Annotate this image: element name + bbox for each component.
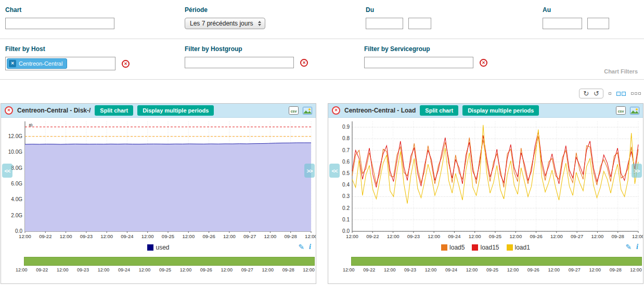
remove-host-token-icon[interactable]: ✕ <box>9 60 16 67</box>
section-divider <box>0 79 644 80</box>
timeline-tick-label: 09-26 <box>527 267 539 272</box>
host-filter-input[interactable]: ✕ Centreon-Central <box>5 57 115 70</box>
svg-text:6.0G: 6.0G <box>11 181 22 187</box>
du-date-input[interactable] <box>366 18 403 29</box>
edit-chart-icon[interactable]: ✎ <box>625 243 632 251</box>
chart-filter-label: Chart <box>5 6 114 14</box>
hostgroup-filter-group: Filter by Hostgroup ✕ <box>185 45 308 68</box>
periode-filter-group: Période Les 7 précédents jours <box>185 6 265 29</box>
legend-item[interactable]: load15 <box>472 244 499 251</box>
timeline-tick-label: 12:00 <box>507 267 519 272</box>
split-chart-button[interactable]: Split chart <box>95 105 133 116</box>
svg-text:0.4: 0.4 <box>342 182 350 188</box>
clear-host-filter-icon[interactable]: ✕ <box>122 60 130 68</box>
svg-text:0.5: 0.5 <box>342 170 350 176</box>
export-image-icon[interactable] <box>303 107 312 115</box>
legend-item[interactable]: load1 <box>507 244 530 251</box>
periode-selected-value: Les 7 précédents jours <box>190 20 253 27</box>
filter-by-servicegroup-label: Filter by Servicegroup <box>364 45 487 53</box>
timeline-axis-labels: 12:0009-2212:0009-2312:0009-2412:0009-25… <box>343 267 642 272</box>
load-chart[interactable]: 12:0009-2212:0009-2312:0009-2412:0009-25… <box>328 118 643 241</box>
chart-panel-disk: ✕ Centreon-Central - Disk-/ Split chart … <box>1 103 316 284</box>
svg-text:12:00: 12:00 <box>509 233 522 239</box>
du-time-input[interactable] <box>408 18 431 29</box>
servicegroup-filter-input[interactable] <box>364 57 473 68</box>
chart-title: Centreon-Central - Load <box>344 107 416 114</box>
svg-text:09-28: 09-28 <box>612 233 624 239</box>
remove-chart-icon[interactable]: ✕ <box>5 106 13 115</box>
display-multiple-periods-button[interactable]: Display multiple periods <box>137 105 214 116</box>
svg-text:09-25: 09-25 <box>162 233 174 239</box>
legend-row: used ✎ i <box>1 241 316 254</box>
chart-title: Centreon-Central - Disk-/ <box>17 107 91 114</box>
au-filter-group: Au <box>543 6 609 29</box>
timeline-tick-label: 12:00 <box>425 267 437 272</box>
clear-servicegroup-filter-icon[interactable]: ✕ <box>480 59 487 67</box>
refresh-icon[interactable]: ↻ <box>583 90 589 97</box>
svg-text:12:00: 12:00 <box>591 233 604 239</box>
filter-divider <box>0 39 644 39</box>
svg-text:0.7: 0.7 <box>342 147 350 153</box>
pan-right-button[interactable]: >> <box>304 164 315 178</box>
layout-three-columns-icon[interactable] <box>631 92 641 95</box>
plot-area: 12:0009-2212:0009-2312:0009-2412:0009-25… <box>328 118 643 241</box>
remove-chart-icon[interactable]: ✕ <box>332 106 340 115</box>
timeline-tick-label: 12:00 <box>57 267 69 272</box>
legend-item[interactable]: used <box>147 244 169 251</box>
auto-refresh-icon[interactable]: ↺ <box>594 90 599 97</box>
chart-legend: used <box>147 244 169 251</box>
svg-text:12:00: 12:00 <box>141 233 154 239</box>
pan-left-button[interactable]: << <box>2 164 12 178</box>
pan-right-button[interactable]: >> <box>632 164 642 178</box>
disk-usage-chart[interactable]: 12:0009-2212:0009-2312:0009-2412:0009-25… <box>1 118 316 241</box>
plot-area: 12:0009-2212:0009-2312:0009-2412:0009-25… <box>1 118 316 241</box>
au-date-input[interactable] <box>543 18 582 29</box>
timeline-tick-label: 12:00 <box>180 267 192 272</box>
svg-text:0.0: 0.0 <box>15 228 22 234</box>
export-image-icon[interactable] <box>630 107 639 115</box>
chart-info-icon[interactable]: i <box>636 243 638 251</box>
refresh-group: ↻ ↺ <box>579 89 603 98</box>
display-multiple-periods-button[interactable]: Display multiple periods <box>462 105 539 116</box>
legend-item[interactable]: load5 <box>441 244 465 251</box>
clear-hostgroup-filter-icon[interactable]: ✕ <box>300 59 308 67</box>
layout-one-column-icon[interactable] <box>609 92 611 95</box>
svg-text:0.6: 0.6 <box>342 159 350 165</box>
timeline-tick-label: 09-24 <box>118 267 130 272</box>
timeline-tick-label: 12:00 <box>221 267 233 272</box>
au-time-input[interactable] <box>587 18 609 29</box>
periode-select[interactable]: Les 7 précédents jours <box>185 18 265 29</box>
hostgroup-filter-input[interactable] <box>185 57 294 68</box>
svg-text:12:00: 12:00 <box>223 233 236 239</box>
timeline-tick-label: 12:00 <box>139 267 151 272</box>
svg-text:12:00: 12:00 <box>264 233 277 239</box>
timeline-selector[interactable] <box>351 257 642 266</box>
chart-info-icon[interactable]: i <box>309 243 311 251</box>
svg-text:8.0G: 8.0G <box>11 165 22 171</box>
svg-text:12:00: 12:00 <box>182 233 195 239</box>
svg-text:09-26: 09-26 <box>202 233 215 239</box>
timeline-tick-label: 09-28 <box>610 267 622 272</box>
chart-panel-header: ✕ Centreon-Central - Disk-/ Split chart … <box>1 104 316 118</box>
chart-filter-group: Chart <box>5 6 114 29</box>
export-csv-icon[interactable]: csv <box>289 106 299 115</box>
pan-left-button[interactable]: << <box>329 164 340 178</box>
timeline-tick-label: 12:00 <box>466 267 478 272</box>
export-csv-icon[interactable]: csv <box>616 106 626 115</box>
centreon-performance-graphs-page: Chart Période Les 7 précédents jours Du … <box>0 0 644 285</box>
timeline-tick-label: 12:00 <box>384 267 396 272</box>
host-filter-group: Filter by Host ✕ Centreon-Central ✕ <box>5 45 130 70</box>
legend-swatch <box>507 244 513 251</box>
timeline-tick-label: 09-22 <box>363 267 375 272</box>
chart-filter-input[interactable] <box>5 18 114 29</box>
host-token-label: Centreon-Central <box>19 60 62 67</box>
svg-text:09-28: 09-28 <box>285 233 297 239</box>
svg-text:12.0G: 12.0G <box>8 133 22 139</box>
edit-chart-icon[interactable]: ✎ <box>298 243 304 251</box>
svg-text:09-27: 09-27 <box>571 233 583 239</box>
timeline-selector[interactable] <box>24 257 315 266</box>
svg-text:0.9: 0.9 <box>342 124 350 130</box>
split-chart-button[interactable]: Split chart <box>420 105 458 116</box>
layout-two-columns-icon[interactable] <box>616 92 626 96</box>
svg-text:0.3: 0.3 <box>342 193 350 199</box>
